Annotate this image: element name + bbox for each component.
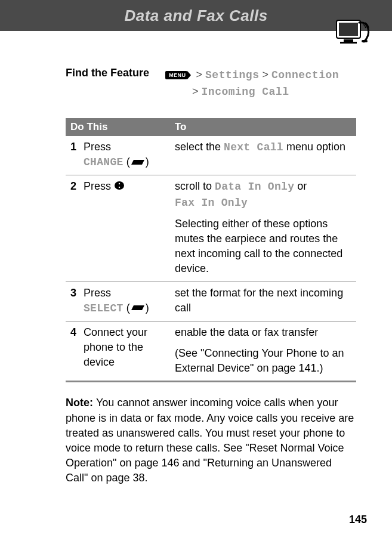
step-number: 1 xyxy=(70,140,84,154)
step-action: PressSELECT () xyxy=(84,286,155,316)
menu-key-icon: MENU xyxy=(165,71,187,79)
svg-rect-4 xyxy=(362,40,368,42)
path-settings: Settings xyxy=(205,69,259,81)
press-text: Press xyxy=(84,287,111,299)
monitor-phone-icon xyxy=(335,18,371,47)
col-do-this: Do This xyxy=(66,118,170,136)
svg-rect-2 xyxy=(344,39,353,42)
path-sep: > xyxy=(196,69,203,81)
softkey-icon xyxy=(130,155,146,170)
table-end-rule xyxy=(66,381,356,382)
step-action: Press xyxy=(84,179,155,194)
to-text: menu option xyxy=(283,141,345,153)
path-sep: > xyxy=(192,85,199,97)
step-action: PressCHANGE () xyxy=(84,140,155,170)
step-number: 2 xyxy=(70,179,84,194)
step-action: Connect your phone to the device xyxy=(84,325,155,370)
ui-label-select: SELECT xyxy=(84,302,124,314)
ui-label-faxin: Fax In Only xyxy=(175,197,248,209)
svg-rect-3 xyxy=(340,42,357,44)
to-text: enable the data or fax transfer xyxy=(175,325,351,340)
nav-key-icon xyxy=(114,180,125,194)
svg-point-6 xyxy=(119,183,120,184)
table-row: 4Connect your phone to the device enable… xyxy=(66,321,356,381)
note-label: Note: xyxy=(66,397,96,409)
note-text: You cannot answer incoming voice calls w… xyxy=(66,397,354,484)
col-to: To xyxy=(170,118,356,136)
press-text: Press xyxy=(84,180,114,192)
ui-label-datain: Data In Only xyxy=(215,181,294,193)
to-text: or xyxy=(294,180,307,192)
ui-label-change: CHANGE xyxy=(84,156,124,168)
instruction-table: Do This To 1PressCHANGE () select the Ne… xyxy=(66,118,356,382)
svg-point-7 xyxy=(119,187,120,188)
path-incoming: Incoming Call xyxy=(202,86,289,98)
to-para: Selecting either of these options mutes … xyxy=(175,217,351,277)
to-ref: (See "Connecting Your Phone to an Extern… xyxy=(175,346,351,376)
note-paragraph: Note: You cannot answer incoming voice c… xyxy=(66,395,356,486)
page-number: 145 xyxy=(349,514,367,526)
find-feature-path: MENU > Settings > Connection > Incoming … xyxy=(165,67,339,100)
table-row: 3PressSELECT () set the format for the n… xyxy=(66,282,356,321)
page-header: Data and Fax Calls xyxy=(0,0,392,31)
to-text: scroll to xyxy=(175,180,215,192)
step-number: 4 xyxy=(70,325,84,340)
press-text: Press xyxy=(84,141,111,153)
table-row: 1PressCHANGE () select the Next Call men… xyxy=(66,136,356,175)
path-sep: > xyxy=(262,69,268,81)
page-content: Find the Feature MENU > Settings > Conne… xyxy=(0,31,392,486)
softkey-icon xyxy=(130,301,146,316)
table-row: 2Press scroll to Data In Only or Fax In … xyxy=(66,175,356,282)
page-title: Data and Fax Calls xyxy=(124,7,267,24)
step-number: 3 xyxy=(70,286,84,301)
svg-rect-1 xyxy=(339,23,358,36)
ui-label-nextcall: Next Call xyxy=(224,141,283,153)
find-feature-label: Find the Feature xyxy=(66,67,152,100)
find-feature-block: Find the Feature MENU > Settings > Conne… xyxy=(66,67,356,100)
path-connection: Connection xyxy=(271,69,339,81)
table-header: Do This To xyxy=(66,118,356,136)
to-text: set the format for the next incoming cal… xyxy=(175,287,343,314)
to-text: select the xyxy=(175,141,224,153)
svg-point-5 xyxy=(115,181,124,190)
